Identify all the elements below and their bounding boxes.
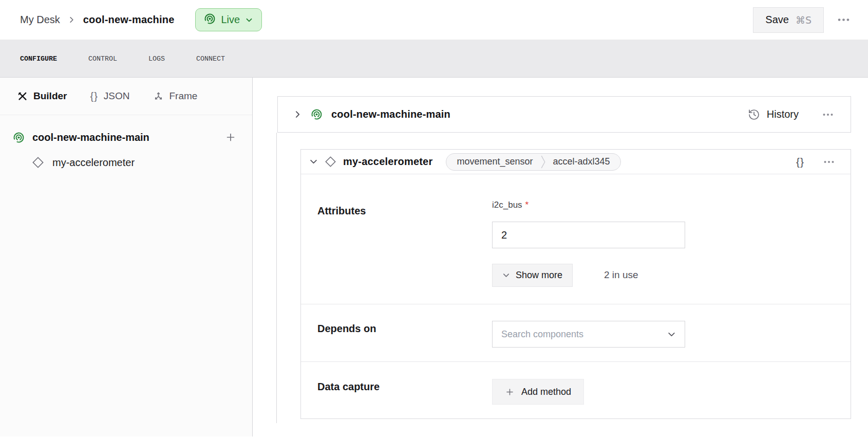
add-method-button[interactable]: Add method: [492, 379, 584, 405]
tree-item-accelerometer[interactable]: my-accelerometer: [32, 156, 237, 169]
history-button[interactable]: History: [748, 108, 799, 121]
depends-on-select[interactable]: Search components: [492, 321, 685, 348]
show-more-button[interactable]: Show more: [492, 264, 573, 287]
component-card: my-accelerometer movement_sensor accel-a…: [300, 149, 851, 419]
component-diamond-icon: [32, 156, 44, 169]
history-label: History: [767, 108, 799, 120]
mode-frame[interactable]: Frame: [153, 90, 198, 102]
config-sidebar: Builder {} JSON Frame: [0, 78, 253, 436]
collapse-component-card-button[interactable]: [309, 157, 318, 166]
breadcrumb: My Desk cool-new-machine: [20, 14, 174, 26]
braces-icon: {}: [90, 90, 98, 102]
add-method-label: Add method: [521, 387, 571, 397]
viam-machine-icon: [311, 108, 323, 120]
chevron-right-icon: [293, 110, 302, 119]
data-capture-section-label: Data capture: [317, 381, 380, 393]
machine-main-card: cool-new-machine-main History: [277, 96, 851, 133]
component-model-tag: accel-adxl345: [553, 156, 610, 167]
save-shortcut: ⌘S: [796, 14, 812, 26]
show-more-label: Show more: [516, 270, 562, 281]
depends-on-placeholder: Search components: [501, 329, 583, 340]
config-main-panel: cool-new-machine-main History: [253, 78, 868, 436]
tree-item-machine-main[interactable]: cool-new-machine-main: [13, 131, 237, 144]
section-divider: [301, 361, 851, 362]
content-area: Builder {} JSON Frame: [0, 78, 868, 436]
mode-json-label: JSON: [104, 90, 130, 102]
ellipsis-icon: [822, 108, 834, 121]
component-card-title: my-accelerometer: [343, 156, 432, 168]
mode-builder[interactable]: Builder: [17, 90, 67, 102]
config-mode-switcher: Builder {} JSON Frame: [0, 78, 252, 115]
component-type-tag: movement_sensor: [457, 156, 533, 167]
chevron-right-icon: [68, 16, 76, 24]
component-tree: cool-new-machine-main my-accelerometer: [0, 115, 252, 169]
viam-live-icon: [204, 13, 216, 27]
component-card-header: my-accelerometer movement_sensor accel-a…: [301, 150, 851, 174]
chevron-down-icon: [245, 16, 253, 24]
component-diamond-icon: [325, 156, 336, 168]
save-label: Save: [765, 14, 789, 26]
component-type-tags: movement_sensor accel-adxl345: [446, 153, 620, 171]
tree-item-label: cool-new-machine-main: [32, 132, 149, 143]
tab-logs[interactable]: LOGS: [148, 55, 165, 63]
chevron-down-icon: [309, 157, 318, 166]
top-bar: My Desk cool-new-machine Live Save ⌘S: [0, 0, 868, 40]
i2c-bus-field-label: i2c_bus *: [492, 200, 529, 210]
ellipsis-icon: [823, 156, 835, 168]
machine-card-more-button[interactable]: [820, 106, 836, 123]
chevron-down-icon: [667, 330, 676, 339]
expand-machine-card-button[interactable]: [293, 110, 302, 119]
attributes-usage-count: 2 in use: [604, 269, 638, 281]
attributes-section-label: Attributes: [317, 205, 366, 217]
tree-item-label: my-accelerometer: [52, 157, 135, 169]
ellipsis-icon: [837, 13, 851, 27]
tools-icon: [17, 91, 28, 102]
tab-connect[interactable]: CONNECT: [196, 55, 225, 63]
plus-icon: [505, 387, 515, 397]
topbar-more-button[interactable]: [835, 11, 853, 29]
breadcrumb-current: cool-new-machine: [83, 14, 175, 26]
depends-on-section-label: Depends on: [317, 323, 376, 335]
plus-icon: [225, 132, 236, 143]
tab-configure[interactable]: CONFIGURE: [20, 55, 57, 63]
tab-bar: CONFIGURE CONTROL LOGS CONNECT: [0, 40, 868, 78]
frame-axes-icon: [153, 91, 164, 102]
add-component-button[interactable]: [224, 131, 237, 144]
tree-connector-line: [276, 133, 277, 423]
save-button[interactable]: Save ⌘S: [753, 7, 824, 33]
tag-separator-chevron-icon: [541, 155, 545, 169]
required-asterisk: *: [525, 200, 529, 210]
section-divider: [301, 304, 851, 304]
mode-frame-label: Frame: [169, 90, 198, 102]
tab-control[interactable]: CONTROL: [88, 55, 117, 63]
machine-status-dropdown[interactable]: Live: [195, 8, 262, 31]
i2c-bus-input[interactable]: [492, 222, 685, 248]
component-card-more-button[interactable]: [821, 154, 837, 170]
view-json-button[interactable]: {}: [795, 155, 805, 169]
history-clock-icon: [748, 108, 760, 121]
machine-card-title: cool-new-machine-main: [331, 108, 450, 120]
mode-builder-label: Builder: [33, 90, 67, 102]
breadcrumb-parent-link[interactable]: My Desk: [20, 14, 60, 26]
chevron-down-icon: [502, 271, 510, 279]
topbar-actions: Save ⌘S: [753, 7, 853, 33]
live-status-label: Live: [221, 14, 240, 26]
mode-json[interactable]: {} JSON: [90, 90, 129, 102]
viam-machine-icon: [13, 132, 25, 143]
